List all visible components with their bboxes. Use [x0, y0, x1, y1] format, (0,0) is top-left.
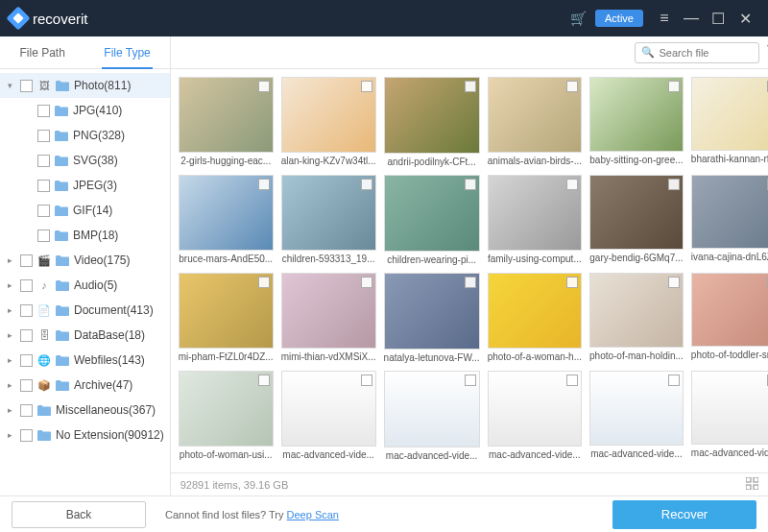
thumbnail-image[interactable]	[384, 77, 480, 154]
thumbnail-image[interactable]	[488, 371, 582, 447]
thumbnail-image[interactable]	[281, 175, 376, 251]
thumbnail-checkbox[interactable]	[668, 81, 680, 92]
thumbnail[interactable]: mac-advanced-vide...	[384, 371, 480, 461]
checkbox[interactable]	[20, 429, 33, 442]
thumbnail-image[interactable]	[179, 77, 274, 153]
cart-icon[interactable]: 🛒	[564, 5, 591, 32]
thumbnail-image[interactable]	[179, 371, 274, 447]
thumbnail-image[interactable]	[589, 371, 684, 446]
chevron-icon[interactable]: ▸	[4, 280, 15, 290]
thumbnail[interactable]: family-using-comput...	[488, 175, 582, 265]
thumbnail[interactable]: bruce-mars-AndE50...	[179, 175, 274, 265]
tab-file-path[interactable]: File Path	[0, 36, 84, 68]
tree-item[interactable]: JPEG(3)	[0, 173, 170, 198]
thumbnail-checkbox[interactable]	[361, 179, 372, 190]
checkbox[interactable]	[37, 180, 50, 192]
thumbnail[interactable]: natalya-letunova-FW...	[384, 273, 480, 363]
thumbnail[interactable]: bharathi-kannan-rfL...	[691, 77, 768, 167]
thumbnail-image[interactable]	[179, 273, 274, 349]
checkbox[interactable]	[20, 80, 33, 92]
tree-item[interactable]: ▸♪Audio(5)	[0, 273, 170, 298]
thumbnail[interactable]: children-593313_19...	[281, 175, 376, 265]
thumbnail-checkbox[interactable]	[566, 375, 578, 386]
tree-item[interactable]: ▸🗄DataBase(18)	[0, 323, 170, 348]
checkbox[interactable]	[20, 404, 33, 417]
checkbox[interactable]	[20, 254, 33, 267]
thumbnail[interactable]: 2-girls-hugging-eac...	[179, 77, 274, 167]
checkbox[interactable]	[20, 304, 33, 317]
thumbnail[interactable]: andrii-podilnyk-CFt...	[384, 77, 480, 167]
checkbox[interactable]	[37, 155, 50, 167]
thumbnail-checkbox[interactable]	[361, 277, 372, 288]
thumbnail-image[interactable]	[488, 175, 582, 251]
tree-item[interactable]: JPG(410)	[0, 98, 170, 123]
thumbnail-checkbox[interactable]	[258, 81, 270, 92]
thumbnail-image[interactable]	[488, 77, 582, 153]
checkbox[interactable]	[20, 279, 33, 292]
tree-item[interactable]: ▸📦Archive(47)	[0, 373, 170, 398]
tree-item[interactable]: ▸No Extension(90912)	[0, 423, 170, 447]
back-button[interactable]: Back	[12, 501, 146, 528]
thumbnail-image[interactable]	[384, 273, 480, 350]
thumbnail[interactable]: children-wearing-pi...	[384, 175, 480, 265]
menu-icon[interactable]: ≡	[651, 5, 678, 32]
thumbnail-checkbox[interactable]	[361, 81, 372, 92]
thumbnail-image[interactable]	[179, 175, 274, 251]
tree-item[interactable]: ▸📄Document(413)	[0, 298, 170, 323]
chevron-icon[interactable]: ▸	[4, 255, 15, 265]
thumbnail-image[interactable]	[691, 175, 768, 249]
thumbnail-image[interactable]	[589, 175, 684, 250]
thumbnail[interactable]: mimi-thian-vdXMSiX...	[281, 273, 376, 363]
thumbnail[interactable]: photo-of-a-woman-h...	[488, 273, 582, 363]
search-input[interactable]	[659, 47, 753, 59]
thumbnail-checkbox[interactable]	[465, 179, 476, 190]
thumbnail-checkbox[interactable]	[465, 81, 476, 92]
thumbnail-image[interactable]	[281, 371, 376, 447]
chevron-icon[interactable]: ▸	[4, 355, 15, 365]
thumbnail-checkbox[interactable]	[566, 277, 578, 288]
thumbnail[interactable]: mac-advanced-vide...	[589, 371, 684, 461]
chevron-icon[interactable]: ▸	[4, 330, 15, 340]
thumbnail-image[interactable]	[589, 273, 684, 348]
checkbox[interactable]	[37, 230, 50, 242]
tree-item[interactable]: ▸🌐Webfiles(143)	[0, 348, 170, 373]
tree-item[interactable]: ▾🖼Photo(811)	[0, 73, 170, 98]
thumbnail-checkbox[interactable]	[258, 179, 270, 190]
thumbnail-checkbox[interactable]	[668, 179, 680, 190]
tree-item[interactable]: SVG(38)	[0, 148, 170, 173]
thumbnail[interactable]: photo-of-toddler-sm...	[691, 273, 768, 363]
thumbnail-image[interactable]	[691, 371, 768, 445]
thumbnail[interactable]: baby-sitting-on-gree...	[589, 77, 684, 167]
active-badge[interactable]: Active	[595, 10, 643, 27]
thumbnail[interactable]: animals-avian-birds-...	[488, 77, 582, 167]
tree-item[interactable]: PNG(328)	[0, 123, 170, 148]
checkbox[interactable]	[37, 205, 50, 217]
thumbnail-image[interactable]	[384, 175, 480, 252]
tree-item[interactable]: ▸Miscellaneous(367)	[0, 398, 170, 423]
thumbnail-image[interactable]	[589, 77, 684, 152]
thumbnail-checkbox[interactable]	[258, 375, 270, 386]
thumbnail[interactable]: photo-of-man-holdin...	[589, 273, 684, 363]
thumbnail-image[interactable]	[281, 77, 376, 153]
thumbnail-checkbox[interactable]	[465, 375, 476, 386]
chevron-icon[interactable]: ▾	[4, 81, 15, 90]
thumbnail[interactable]: alan-king-KZv7w34tl...	[281, 77, 376, 167]
checkbox[interactable]	[37, 130, 50, 142]
thumbnail-image[interactable]	[384, 371, 480, 447]
thumbnail[interactable]: mi-pham-FtZL0r4DZ...	[179, 273, 274, 363]
thumbnail[interactable]: ivana-cajina-dnL6Zl...	[691, 175, 768, 265]
thumbnail[interactable]: mac-advanced-vide...	[281, 371, 376, 461]
deep-scan-link[interactable]: Deep Scan	[287, 509, 339, 520]
chevron-icon[interactable]: ▸	[4, 430, 15, 440]
thumbnail-image[interactable]	[691, 77, 768, 151]
checkbox[interactable]	[20, 329, 33, 342]
close-icon[interactable]: ✕	[732, 5, 758, 32]
chevron-icon[interactable]: ▸	[4, 380, 15, 390]
thumbnail[interactable]: gary-bendig-6GMq7...	[589, 175, 684, 265]
thumbnail-checkbox[interactable]	[566, 81, 578, 92]
chevron-icon[interactable]: ▸	[4, 405, 15, 415]
tree-item[interactable]: GIF(14)	[0, 198, 170, 223]
checkbox[interactable]	[20, 379, 33, 392]
chevron-icon[interactable]: ▸	[4, 305, 15, 315]
minimize-icon[interactable]: —	[678, 5, 705, 32]
